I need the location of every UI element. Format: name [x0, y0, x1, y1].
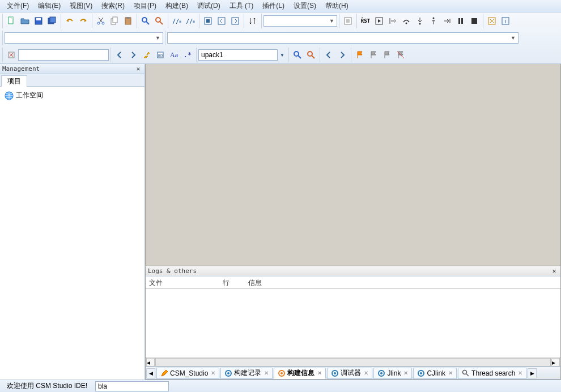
clear-icon[interactable]: [5, 49, 18, 61]
close-icon[interactable]: ✕: [211, 370, 215, 376]
close-icon[interactable]: ✕: [364, 370, 368, 376]
flag-gray-1-icon[interactable]: [367, 49, 380, 61]
sort-icon[interactable]: [246, 15, 259, 27]
new-file-icon[interactable]: [5, 15, 18, 27]
menu-search[interactable]: 搜索(R): [97, 0, 129, 12]
debug-reset-icon[interactable]: R̂ST: [359, 15, 372, 27]
status-input[interactable]: [95, 381, 169, 391]
regex-icon[interactable]: .*: [181, 49, 194, 61]
save-icon[interactable]: [32, 15, 45, 27]
gear-icon: [331, 369, 339, 377]
svg-rect-18: [218, 18, 225, 24]
bookmark-toggle-icon[interactable]: [202, 15, 214, 27]
logs-col-msg[interactable]: 信息: [245, 276, 560, 288]
debug-step-into-icon[interactable]: [414, 15, 426, 27]
scope-combo[interactable]: ▼: [5, 32, 163, 44]
search-go-icon[interactable]: [291, 49, 304, 61]
logs-col-line[interactable]: 行: [219, 276, 245, 288]
tree-item-workspace[interactable]: 工作空间: [3, 90, 141, 101]
svg-line-13: [146, 22, 149, 24]
debug-window-icon[interactable]: [486, 15, 498, 27]
menu-edit[interactable]: 编辑(E): [33, 0, 65, 12]
nav-forward-icon[interactable]: [127, 49, 139, 61]
svg-rect-9: [113, 17, 117, 23]
debug-step-out-icon[interactable]: [427, 15, 440, 27]
redo-icon[interactable]: [77, 15, 90, 27]
open-file-icon[interactable]: [19, 15, 31, 27]
cut-icon[interactable]: [95, 15, 107, 27]
close-icon[interactable]: ✕: [448, 370, 453, 376]
logs-hscrollbar[interactable]: ◂▸: [146, 357, 560, 367]
chevron-down-icon: ▼: [155, 35, 160, 41]
bottom-tab-label: Jlink: [387, 369, 401, 377]
menu-plugins[interactable]: 插件(L): [258, 0, 289, 12]
close-icon[interactable]: ✕: [317, 370, 322, 376]
debug-pause-icon[interactable]: [454, 15, 467, 27]
paste-icon[interactable]: [122, 15, 134, 27]
highlight-icon[interactable]: [141, 49, 153, 61]
bottom-tab-debugger[interactable]: 调试器 ✕: [327, 368, 372, 379]
menu-tools[interactable]: 工具 (T): [225, 0, 258, 12]
target-combo[interactable]: ▼: [264, 15, 337, 27]
match-case-icon[interactable]: ab: [154, 49, 167, 61]
debug-run-to-icon[interactable]: [386, 15, 399, 27]
debug-info-icon[interactable]: i: [499, 15, 512, 27]
comment-icon[interactable]: //≡: [171, 15, 183, 27]
tab-project[interactable]: 项目: [1, 75, 27, 87]
bottom-tab-build-info[interactable]: 构建信息 ✕: [274, 368, 326, 379]
find-icon[interactable]: [139, 15, 152, 27]
search-input[interactable]: [198, 49, 278, 61]
bottom-tab-label: CSM_Studio: [170, 369, 208, 377]
bookmark-prev-icon[interactable]: [215, 15, 228, 27]
bottom-tab-jlink[interactable]: Jlink ✕: [373, 368, 412, 379]
close-icon[interactable]: ✕: [403, 370, 408, 376]
bookmark-next-icon[interactable]: [229, 15, 241, 27]
replace-icon[interactable]: [153, 15, 165, 27]
menu-project[interactable]: 项目(P): [129, 0, 161, 12]
flag-clear-icon[interactable]: [394, 49, 407, 61]
status-welcome: 欢迎使用 CSM Studio IDE!: [2, 381, 92, 391]
menu-build[interactable]: 构建(B): [161, 0, 193, 12]
logs-columns: 文件 行 信息: [146, 276, 560, 289]
uncomment-icon[interactable]: //≡: [184, 15, 197, 27]
bottom-tab-thread-search[interactable]: Thread search ✕: [458, 368, 526, 379]
nav-back-icon[interactable]: [113, 49, 126, 61]
bottom-tab-cjlink[interactable]: CJlink ✕: [413, 368, 457, 379]
project-tree[interactable]: 工作空间: [0, 87, 144, 380]
menu-debug[interactable]: 调试(D): [193, 0, 225, 12]
debug-continue-icon[interactable]: [373, 15, 385, 27]
search-dropdown-icon[interactable]: ▼: [278, 49, 286, 61]
debug-step-over-icon[interactable]: [400, 15, 413, 27]
menu-file[interactable]: 文件(F): [2, 0, 33, 12]
gear-icon: [417, 369, 425, 377]
symbol-combo[interactable]: ▼: [167, 32, 518, 44]
menu-help[interactable]: 帮助(H): [321, 0, 353, 12]
debug-stop-icon[interactable]: [468, 15, 481, 27]
bottom-tab-build-log[interactable]: 构建记录 ✕: [220, 368, 273, 379]
flag-orange-icon[interactable]: [354, 49, 366, 61]
close-icon[interactable]: ✕: [134, 65, 142, 73]
result-prev-icon[interactable]: [322, 49, 335, 61]
menu-view[interactable]: 视图(V): [65, 0, 97, 12]
bottom-tab-label: Thread search: [471, 369, 515, 377]
copy-icon[interactable]: [108, 15, 121, 27]
bottom-tab-csm-studio[interactable]: CSM_Studio ✕: [156, 368, 219, 379]
debug-next-icon[interactable]: [441, 15, 453, 27]
tab-nav-right-icon[interactable]: ▶: [528, 368, 537, 378]
whole-word-icon[interactable]: Aa: [168, 49, 180, 61]
close-icon[interactable]: ✕: [550, 267, 558, 275]
close-icon[interactable]: ✕: [518, 370, 522, 376]
svg-rect-19: [232, 18, 239, 24]
menu-settings[interactable]: 设置(S): [289, 0, 321, 12]
save-all-icon[interactable]: [46, 15, 58, 27]
main-area: Management ✕ 项目 工作空间 Logs & others ✕ 文件 …: [0, 64, 561, 380]
result-next-icon[interactable]: [336, 49, 348, 61]
close-icon[interactable]: ✕: [264, 370, 269, 376]
filter-input[interactable]: [18, 49, 109, 61]
logs-col-file[interactable]: 文件: [146, 276, 219, 288]
run-target-icon[interactable]: [342, 15, 354, 27]
tab-nav-left-icon[interactable]: ◀: [146, 368, 155, 378]
undo-icon[interactable]: [63, 15, 76, 27]
search-options-icon[interactable]: [305, 49, 317, 61]
flag-gray-2-icon[interactable]: [381, 49, 393, 61]
